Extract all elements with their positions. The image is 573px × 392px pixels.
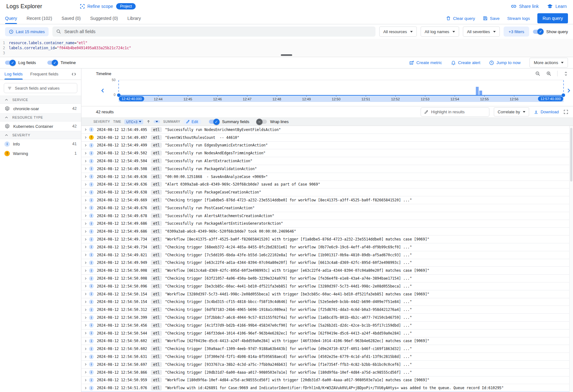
table-row[interactable]: i 2024-08-12 12:54:49.949 etl "Checking … [81,259,573,267]
create-metric-button[interactable]: Create metric [409,60,442,65]
table-row[interactable]: i 2024-08-12 12:54:50.456 etl "Checking … [81,322,573,330]
expand-row-chevron-icon[interactable] [84,144,87,147]
download-button[interactable]: Download [534,110,559,115]
section-header-severity[interactable]: SEVERITY [0,131,81,139]
expand-row-chevron-icon[interactable] [84,159,87,163]
sidebar-search[interactable] [4,83,77,93]
table-row[interactable]: i 2024-08-12 12:54:50.154 etl "Checking … [81,298,573,306]
table-row[interactable]: i 2024-08-12 12:54:49.495 etl "Successfu… [81,126,573,134]
run-query-button[interactable]: Run query [537,13,568,23]
expand-row-chevron-icon[interactable] [84,245,87,249]
tab-query[interactable]: Query [5,13,17,24]
table-row[interactable]: i 2024-08-12 12:54:50.008 etl "Checking … [81,275,573,282]
search-all-fields[interactable] [52,27,375,37]
refine-scope-button[interactable]: Refine scope [80,3,113,9]
expand-row-chevron-icon[interactable] [84,363,87,366]
expand-row-chevron-icon[interactable] [84,269,87,272]
table-row[interactable]: i 2024-08-12 12:54:50.154 etl "Workflow … [81,290,573,298]
all-severities-dropdown[interactable]: All severities [463,27,500,37]
expand-row-chevron-icon[interactable] [84,183,87,186]
sidebar-item-info[interactable]: iInfo41 [0,139,81,149]
table-row[interactable]: i 2024-08-12 12:54:49.676 etl "Successfu… [81,204,573,212]
wrap-lines-toggle[interactable]: − [257,120,267,124]
expand-row-chevron-icon[interactable] [84,355,87,359]
query-editor[interactable]: 1 resource.labels.container_name="etl" 2… [0,39,573,57]
correlate-by-button[interactable]: Correlate by [494,107,529,116]
create-alert-button[interactable]: Create alert [451,60,481,65]
more-actions-button[interactable]: More actions [529,58,568,68]
timeline-toggle[interactable]: ✓ [47,61,57,65]
expand-row-chevron-icon[interactable] [84,175,87,178]
summary-fields-toggle[interactable]: ✓ [209,120,219,124]
tab-suggested[interactable]: Suggested (0) [90,13,118,24]
expand-row-chevron-icon[interactable] [84,230,87,233]
show-query-toggle[interactable]: ✓ [533,30,543,34]
more-filters-chip[interactable]: +3 filters [504,27,529,37]
expand-row-chevron-icon[interactable] [84,331,87,335]
histogram-bar[interactable] [476,87,479,95]
tab-saved[interactable]: Saved (0) [62,13,81,24]
table-row[interactable]: i 2024-08-12 12:54:49.686 etl "0309a3a8-… [81,228,573,235]
histogram-bar[interactable] [479,91,482,95]
table-row[interactable]: i 2024-08-12 12:54:49.502 etl "Successfu… [81,149,573,157]
expand-row-chevron-icon[interactable] [84,284,87,288]
sidebar-item-warning[interactable]: !Warning1 [0,149,81,158]
expand-row-chevron-icon[interactable] [84,292,87,296]
expand-row-chevron-icon[interactable] [84,167,87,170]
sidebar-item-kubernetes-container[interactable]: Kubernetes Container42 [0,122,81,131]
table-row[interactable]: i 2024-08-12 12:54:50.096 etl "Checking … [81,282,573,290]
table-row[interactable]: i 2024-08-12 12:54:50.544 etl "Checking … [81,330,573,337]
expand-row-chevron-icon[interactable] [84,238,87,241]
table-row[interactable]: i 2024-08-12 12:54:49.504 etl "Successfu… [81,157,573,165]
stream-logs-button[interactable]: Stream logs [507,16,530,21]
table-row[interactable]: i 2024-08-12 12:54:49.508 etl "Successfu… [81,165,573,173]
table-row[interactable]: i 2024-08-12 12:54:50.631 etl "Checking … [81,353,573,361]
fullscreen-icon[interactable] [563,109,569,115]
expand-row-chevron-icon[interactable] [84,371,87,374]
expand-row-chevron-icon[interactable] [84,386,87,390]
table-row[interactable]: i 2024-08-12 12:54:49.678 etl "Successfu… [81,212,573,220]
log-fields-toggle[interactable]: ✓ [5,61,15,65]
section-header-service[interactable]: SERVICE [0,96,81,104]
sidebar-item-chronicle-soar[interactable]: chronicle-soar42 [0,104,81,113]
section-header-resource-type[interactable]: RESOURCE TYPE [0,113,81,122]
highlight-input[interactable] [431,110,486,114]
table-row[interactable]: i 2024-08-12 12:54:50.602 etl "Checking … [81,345,573,353]
tab-log-fields[interactable]: Log fields [4,68,23,80]
table-row[interactable]: i 2024-08-12 12:54:50.008 etl "Workflow … [81,267,573,275]
clear-query-button[interactable]: Clear query [446,16,475,21]
all-resources-dropdown[interactable]: All resources [379,27,417,37]
time-range-chip[interactable]: Last 15 minutes [5,27,49,36]
time-display-dropdown[interactable] [154,120,160,123]
table-row[interactable]: i 2024-08-12 12:54:49.638 etl "Successfu… [81,188,573,196]
results-scrollbar[interactable] [569,126,573,392]
scrollbar-thumb[interactable] [570,128,572,181]
table-row[interactable]: i 2024-08-12 12:54:50.399 etl "Checking … [81,314,573,322]
tab-library[interactable]: Library [127,13,141,24]
sidebar-search-input[interactable] [15,86,74,91]
expand-row-chevron-icon[interactable] [84,308,87,312]
timeline-next-chevron[interactable] [565,87,572,94]
learn-button[interactable]: Learn [547,3,567,9]
expand-row-chevron-icon[interactable] [84,253,87,257]
table-row[interactable]: i 2024-08-12 12:54:49.669 etl "Checking … [81,196,573,204]
share-link-button[interactable]: Share link [511,3,539,9]
timeline-prev-chevron[interactable] [100,87,106,94]
zoom-out-icon[interactable] [535,71,541,76]
zoom-in-icon[interactable] [546,71,552,76]
table-row[interactable]: i 2024-08-12 12:54:49.734 etl "Checking … [81,243,573,251]
expand-row-chevron-icon[interactable] [84,128,87,131]
all-log-names-dropdown[interactable]: All log names [421,27,459,37]
expand-row-chevron-icon[interactable] [84,206,87,210]
timeline-selection-band[interactable]: 12:4412:4512:4612:4712:4812:4912:5012:51… [119,95,564,102]
expand-row-chevron-icon[interactable] [84,316,87,319]
sort-ascending-icon[interactable] [146,120,151,124]
table-row[interactable]: i 2024-08-12 12:54:49.636 etl "00:00:00.… [81,173,573,181]
edit-summary-button[interactable]: Edit [183,119,201,125]
project-scope-badge[interactable]: Project [116,3,135,9]
table-row[interactable]: i 2024-08-12 12:54:50.959 etl "Workflow … [81,377,573,384]
expand-row-chevron-icon[interactable] [84,214,87,217]
expand-row-chevron-icon[interactable] [84,324,87,327]
timezone-dropdown[interactable]: UTC+3 [124,119,143,124]
expand-row-chevron-icon[interactable] [84,151,87,155]
